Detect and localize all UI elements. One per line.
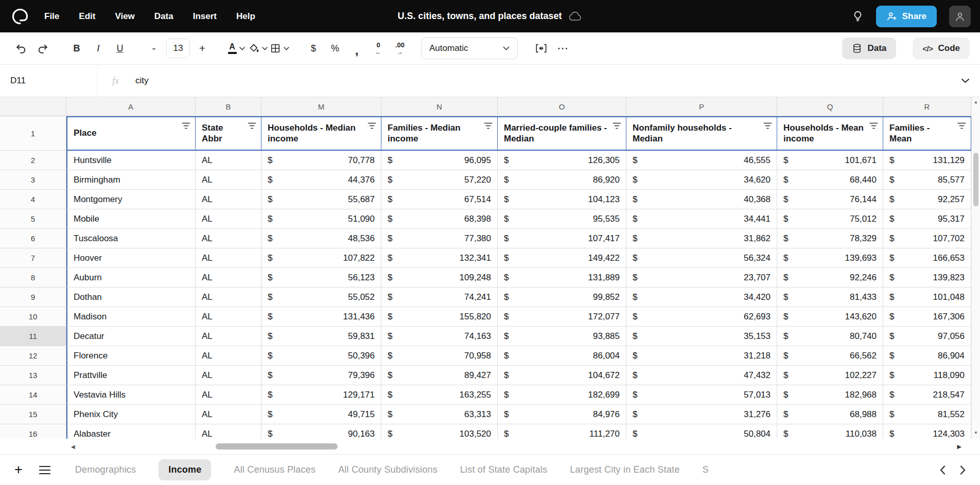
cell-currency[interactable]: $95,317: [883, 209, 971, 229]
cell-state-abbr[interactable]: AL: [196, 229, 261, 248]
sheet-tab-all-cenusus-places[interactable]: All Cenusus Places: [234, 464, 316, 475]
cell-currency[interactable]: $124,303: [883, 424, 971, 439]
table-header-cell[interactable]: Nonfamily households - Median: [626, 116, 777, 151]
bold-button[interactable]: B: [66, 38, 87, 59]
row-number-1[interactable]: 1: [0, 116, 66, 151]
column-header-B[interactable]: B: [196, 97, 261, 116]
cell-currency[interactable]: $48,536: [261, 229, 381, 248]
cell-currency[interactable]: $139,823: [883, 268, 971, 288]
filter-icon[interactable]: [869, 122, 878, 130]
number-format-select[interactable]: Automatic: [421, 38, 518, 59]
cell-place[interactable]: Alabaster: [66, 424, 196, 439]
horizontal-scrollbar[interactable]: ◀ ▶: [0, 439, 980, 454]
cell-state-abbr[interactable]: AL: [196, 288, 261, 307]
cell-currency[interactable]: $132,341: [381, 248, 498, 268]
cell-currency[interactable]: $78,329: [777, 229, 883, 248]
cell-place[interactable]: Hoover: [66, 248, 196, 268]
column-header-O[interactable]: O: [498, 97, 626, 116]
cell-currency[interactable]: $118,090: [883, 366, 971, 385]
cell-currency[interactable]: $107,417: [498, 229, 626, 248]
row-number-10[interactable]: 10: [0, 307, 66, 327]
cell-currency[interactable]: $77,380: [381, 229, 498, 248]
cell-currency[interactable]: $49,715: [261, 405, 381, 424]
table-header-cell[interactable]: Families - Mean: [883, 116, 971, 151]
menu-data[interactable]: Data: [154, 11, 173, 22]
cell-currency[interactable]: $103,520: [381, 424, 498, 439]
cell-state-abbr[interactable]: AL: [196, 248, 261, 268]
cell-state-abbr[interactable]: AL: [196, 424, 261, 439]
cell-currency[interactable]: $79,396: [261, 366, 381, 385]
row-number-2[interactable]: 2: [0, 151, 66, 170]
cell-currency[interactable]: $101,048: [883, 288, 971, 307]
row-number-3[interactable]: 3: [0, 170, 66, 190]
scroll-right-icon[interactable]: ▶: [957, 443, 961, 450]
cell-currency[interactable]: $47,432: [626, 366, 777, 385]
cell-currency[interactable]: $143,620: [777, 307, 883, 327]
cell-currency[interactable]: $57,013: [626, 385, 777, 405]
menu-insert[interactable]: Insert: [193, 11, 217, 22]
cell-currency[interactable]: $107,702: [883, 229, 971, 248]
cell-state-abbr[interactable]: AL: [196, 209, 261, 229]
menu-view[interactable]: View: [115, 11, 134, 22]
cell-currency[interactable]: $34,620: [626, 170, 777, 190]
cell-state-abbr[interactable]: AL: [196, 268, 261, 288]
filter-icon[interactable]: [484, 122, 493, 130]
cell-currency[interactable]: $68,988: [777, 405, 883, 424]
cell-place[interactable]: Dothan: [66, 288, 196, 307]
cell-currency[interactable]: $34,420: [626, 288, 777, 307]
cell-currency[interactable]: $50,804: [626, 424, 777, 439]
vertical-scrollbar[interactable]: ▲ ▼: [971, 97, 980, 439]
cell-currency[interactable]: $51,090: [261, 209, 381, 229]
cell-currency[interactable]: $89,427: [381, 366, 498, 385]
cell-currency[interactable]: $90,163: [261, 424, 381, 439]
cell-currency[interactable]: $74,241: [381, 288, 498, 307]
cell-state-abbr[interactable]: AL: [196, 366, 261, 385]
text-color-button[interactable]: A: [225, 38, 247, 59]
column-header-N[interactable]: N: [381, 97, 498, 116]
sheet-tab-all-county-subdivisions[interactable]: All County Subdivisions: [338, 464, 437, 475]
column-header-P[interactable]: P: [626, 97, 777, 116]
cell-state-abbr[interactable]: AL: [196, 190, 261, 209]
cell-currency[interactable]: $110,038: [777, 424, 883, 439]
filter-icon[interactable]: [763, 122, 772, 130]
cell-currency[interactable]: $182,968: [777, 385, 883, 405]
underline-button[interactable]: U: [109, 38, 131, 59]
sheet-tab-demographics[interactable]: Demographics: [75, 464, 136, 475]
cell-currency[interactable]: $44,376: [261, 170, 381, 190]
cell-currency[interactable]: $81,552: [883, 405, 971, 424]
tips-button[interactable]: [852, 10, 864, 22]
formula-input[interactable]: city: [135, 76, 961, 86]
table-header-cell[interactable]: Households - Mean income: [777, 116, 883, 151]
thousands-separator-button[interactable]: ,: [346, 38, 367, 59]
cell-currency[interactable]: $149,422: [498, 248, 626, 268]
scroll-down-icon[interactable]: ▼: [972, 430, 980, 435]
cell-currency[interactable]: $56,123: [261, 268, 381, 288]
column-header-Q[interactable]: Q: [777, 97, 883, 116]
cell-currency[interactable]: $99,852: [498, 288, 626, 307]
cell-state-abbr[interactable]: AL: [196, 170, 261, 190]
account-avatar-button[interactable]: [949, 6, 971, 27]
more-options-button[interactable]: ⋯: [552, 38, 573, 59]
column-header-R[interactable]: R: [883, 97, 971, 116]
filter-icon[interactable]: [367, 122, 376, 130]
undo-button[interactable]: [10, 38, 32, 59]
filter-icon[interactable]: [248, 122, 256, 130]
cell-currency[interactable]: $76,144: [777, 190, 883, 209]
row-number-8[interactable]: 8: [0, 268, 66, 288]
filter-icon[interactable]: [612, 122, 621, 130]
tabs-scroll-left-button[interactable]: [940, 465, 946, 475]
cell-currency[interactable]: $96,095: [381, 151, 498, 170]
vertical-scrollbar-thumb[interactable]: [973, 153, 978, 206]
cell-place[interactable]: Tuscaloosa: [66, 229, 196, 248]
cell-state-abbr[interactable]: AL: [196, 405, 261, 424]
cell-currency[interactable]: $95,535: [498, 209, 626, 229]
cell-currency[interactable]: $104,123: [498, 190, 626, 209]
add-sheet-button[interactable]: +: [14, 463, 23, 477]
cell-currency[interactable]: $56,324: [626, 248, 777, 268]
row-number-14[interactable]: 14: [0, 385, 66, 405]
cell-currency[interactable]: $86,004: [498, 346, 626, 366]
row-number-9[interactable]: 9: [0, 288, 66, 307]
filter-icon[interactable]: [957, 122, 966, 130]
data-view-button[interactable]: Data: [842, 38, 896, 59]
cell-state-abbr[interactable]: AL: [196, 151, 261, 170]
